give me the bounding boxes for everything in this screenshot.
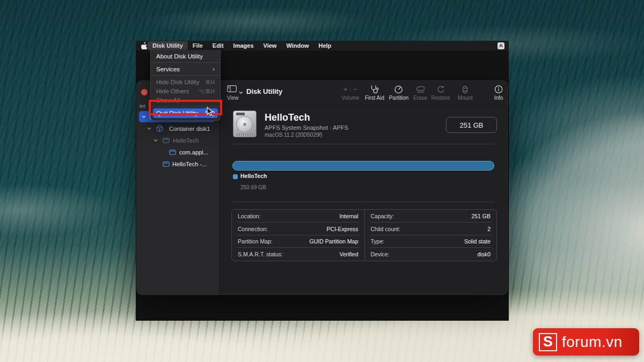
input-source-indicator[interactable]: A — [497, 42, 504, 49]
mount-label: Mount — [458, 95, 473, 101]
add-volume-icon: + — [343, 86, 348, 93]
menu-help[interactable]: Help — [313, 41, 336, 50]
detail-value: 2 — [487, 226, 491, 232]
detail-label: Device: — [371, 251, 390, 257]
sidebar-item-label: HelloTech -... — [172, 161, 207, 167]
menu-item-label: Services — [156, 66, 180, 72]
partition-button[interactable]: Partition — [389, 85, 409, 101]
submenu-arrow-icon: › — [213, 65, 215, 73]
erase-label: Erase — [413, 95, 427, 101]
container-icon — [156, 125, 163, 132]
sforum-logo-icon: S — [539, 333, 557, 351]
menu-images[interactable]: Images — [229, 41, 259, 50]
menu-item-services[interactable]: Services › — [151, 64, 220, 73]
menu-item-label: Hide Others — [156, 88, 189, 94]
disk-details-table: Location: Internal Connection: PCI-Expre… — [231, 209, 497, 261]
mount-button: Mount — [458, 85, 473, 101]
table-row: Location: Internal — [232, 210, 364, 223]
partition-pie-icon — [389, 85, 409, 94]
sidebar-item-hellotech[interactable]: HelloTech — [139, 135, 215, 146]
remove-volume-icon: − — [353, 86, 357, 93]
sidebar-item-label: com.appl... — [179, 149, 208, 156]
stethoscope-icon — [365, 85, 384, 94]
table-row: Type: Solid state — [365, 235, 497, 248]
detail-value: GUID Partition Map — [309, 238, 358, 245]
info-label: Info — [494, 95, 503, 101]
table-row: Child count: 2 — [365, 223, 497, 235]
detail-label: S.M.A.R.T. status: — [238, 251, 283, 257]
desktop-wallpaper: View Disk Utility + − Volume First Aid P… — [0, 0, 644, 362]
sforum-text: forum.vn — [562, 334, 623, 351]
detail-label: Partition Map: — [238, 238, 273, 245]
legend-volume-size: 250.69 GB — [240, 184, 266, 190]
volume-divider — [350, 86, 350, 92]
detail-value: Solid state — [464, 238, 491, 245]
chevron-down-icon[interactable] — [147, 127, 151, 130]
mouse-cursor — [207, 107, 214, 119]
volume-subtitle: APFS System Snapshot · APFS — [265, 124, 348, 131]
view-button[interactable] — [227, 85, 243, 96]
details-left-column: Location: Internal Connection: PCI-Expre… — [232, 210, 364, 261]
menu-item-label: Hide Disk Utility — [156, 79, 200, 85]
detail-label: Location: — [238, 213, 261, 219]
table-row: S.M.A.R.T. status: Verified — [232, 248, 364, 261]
menu-edit[interactable]: Edit — [208, 41, 229, 50]
input-source-badge: A — [497, 42, 504, 49]
sidebar-item-label: HelloTech — [173, 137, 199, 144]
menu-item-label: About Disk Utility — [156, 53, 203, 60]
sforum-initial: S — [543, 335, 553, 349]
volume-button: + − Volume — [341, 85, 359, 101]
first-aid-button[interactable]: First Aid — [365, 85, 384, 101]
detail-label: Child count: — [371, 226, 400, 232]
content-separator-2 — [232, 202, 494, 202]
apple-menu-icon[interactable] — [141, 42, 148, 49]
toolbar-separator — [219, 105, 508, 106]
close-window-button[interactable] — [141, 89, 148, 95]
window-title: Disk Utility — [246, 87, 282, 95]
mount-icon — [458, 85, 473, 94]
restore-arrow-icon — [431, 85, 450, 94]
size-badge: 251 GB — [446, 117, 497, 133]
restore-label: Restore — [431, 95, 450, 101]
menu-item-about[interactable]: About Disk Utility — [151, 51, 220, 61]
menu-item-shortcut: ⌘H — [205, 79, 215, 85]
sidebar-section-label: Int — [140, 104, 145, 109]
menu-file[interactable]: File — [188, 41, 208, 50]
menu-window[interactable]: Window — [281, 41, 313, 50]
menu-separator — [151, 75, 220, 76]
legend-swatch — [233, 174, 238, 179]
chevron-down-icon[interactable] — [153, 139, 158, 142]
menu-bar: Disk Utility File Edit Images View Windo… — [136, 41, 509, 50]
detail-label: Capacity: — [371, 213, 394, 219]
menu-item-shortcut: ⌥⌘H — [199, 88, 215, 94]
detail-label: Connection: — [238, 226, 268, 232]
hard-drive-image — [233, 110, 257, 137]
info-icon — [494, 85, 503, 94]
table-row: Connection: PCI-Express — [232, 223, 364, 235]
info-button[interactable]: Info — [494, 85, 503, 101]
table-row: Device: disk0 — [365, 248, 497, 261]
sidebar-item-com-apple[interactable]: com.appl... — [139, 146, 215, 158]
storage-usage-bar — [232, 161, 494, 171]
menu-separator — [151, 62, 220, 63]
volume-icon — [163, 138, 170, 143]
volume-icon — [163, 161, 170, 167]
menu-view[interactable]: View — [259, 41, 282, 50]
menu-item-hide-others: Hide Others ⌥⌘H — [151, 86, 220, 95]
detail-value: Verified — [339, 251, 358, 257]
sidebar-item-hellotech-data[interactable]: HelloTech -... — [139, 158, 215, 169]
detail-label: Type: — [371, 238, 385, 245]
restore-button: Restore — [431, 85, 450, 101]
menu-item-hide-disk-utility: Hide Disk Utility ⌘H — [151, 77, 220, 86]
volume-button-label: Volume — [341, 95, 359, 101]
sidebar-item-container-disk1[interactable]: Container disk1 — [139, 123, 215, 134]
partition-label: Partition — [389, 95, 409, 101]
volume-os-version: macOS 11.2 (20D5029f) — [265, 132, 323, 138]
table-row: Partition Map: GUID Partition Map — [232, 235, 364, 248]
volume-icon — [169, 150, 176, 155]
chevron-down-icon[interactable] — [142, 115, 146, 118]
content-separator — [232, 144, 494, 144]
sforum-watermark: S forum.vn — [533, 328, 639, 356]
menu-disk-utility[interactable]: Disk Utility — [148, 41, 188, 50]
table-row: Capacity: 251 GB — [365, 210, 497, 223]
